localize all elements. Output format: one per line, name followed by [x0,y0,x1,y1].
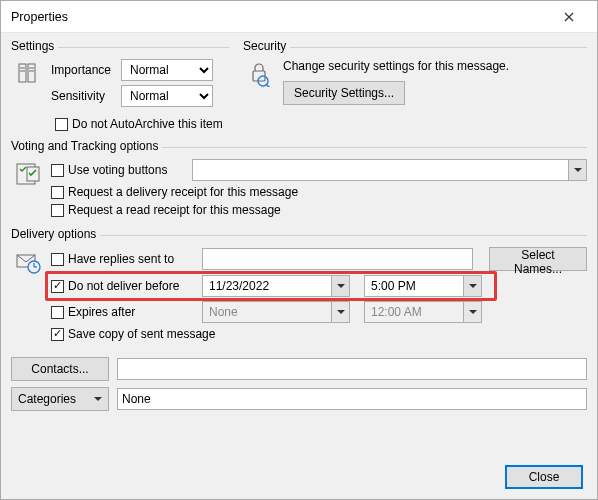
chevron-down-icon [331,302,349,322]
settings-legend: Settings [11,39,58,53]
security-settings-button[interactable]: Security Settings... [283,81,405,105]
autoarchive-checkbox[interactable] [55,118,68,131]
security-description: Change security settings for this messag… [283,59,587,73]
do-not-deliver-date-combo[interactable]: 11/23/2022 [202,275,350,297]
properties-icon [15,61,39,85]
importance-label: Importance [51,63,121,77]
close-button[interactable]: Close [505,465,583,489]
autoarchive-label: Do not AutoArchive this item [72,117,223,131]
delivery-legend: Delivery options [11,227,100,241]
envelope-clock-icon [15,249,41,275]
save-copy-checkbox[interactable] [51,328,64,341]
voting-legend: Voting and Tracking options [11,139,162,153]
do-not-deliver-time-combo[interactable]: 5:00 PM [364,275,482,297]
security-group: Security Change security settings for th… [243,39,587,115]
have-replies-input[interactable] [202,248,473,270]
select-names-button[interactable]: Select Names... [489,247,587,271]
categories-input[interactable] [117,388,587,410]
read-receipt-label: Request a read receipt for this message [68,203,281,217]
contacts-button[interactable]: Contacts... [11,357,109,381]
security-legend: Security [243,39,290,53]
close-window-button[interactable] [549,3,589,31]
have-replies-label: Have replies sent to [68,252,198,266]
settings-group: Settings Import [11,39,229,115]
sensitivity-label: Sensitivity [51,89,121,103]
expires-date-combo[interactable]: None [202,301,350,323]
chevron-down-icon [331,276,349,296]
dialog-body: Settings Import [1,33,597,499]
close-icon [564,12,574,22]
expires-time-combo[interactable]: 12:00 AM [364,301,482,323]
ballot-icon [15,161,41,187]
do-not-deliver-label: Do not deliver before [68,279,198,293]
delivery-receipt-label: Request a delivery receipt for this mess… [68,185,298,199]
sensitivity-select[interactable]: Normal [121,85,213,107]
importance-select[interactable]: Normal [121,59,213,81]
voting-buttons-combo[interactable] [192,159,587,181]
chevron-down-icon [463,302,481,322]
expires-after-checkbox[interactable] [51,306,64,319]
have-replies-checkbox[interactable] [51,253,64,266]
window-title: Properties [11,10,549,24]
properties-dialog: Properties Settings [0,0,598,500]
delivery-receipt-checkbox[interactable] [51,186,64,199]
expires-after-label: Expires after [68,305,198,319]
lock-icon [247,61,271,87]
svg-rect-1 [28,64,35,82]
use-voting-checkbox[interactable] [51,164,64,177]
read-receipt-checkbox[interactable] [51,204,64,217]
chevron-down-icon [568,160,586,180]
categories-button[interactable]: Categories [11,387,109,411]
svg-line-8 [266,84,270,87]
chevron-down-icon [463,276,481,296]
use-voting-label: Use voting buttons [68,163,188,177]
voting-tracking-group: Voting and Tracking options Use voting b… [11,139,587,225]
delivery-options-group: Delivery options Have replies se [11,227,587,349]
contacts-input[interactable] [117,358,587,380]
save-copy-label: Save copy of sent message [68,327,215,341]
titlebar: Properties [1,1,597,33]
do-not-deliver-checkbox[interactable] [51,280,64,293]
chevron-down-icon [94,397,102,401]
svg-rect-0 [19,64,26,82]
